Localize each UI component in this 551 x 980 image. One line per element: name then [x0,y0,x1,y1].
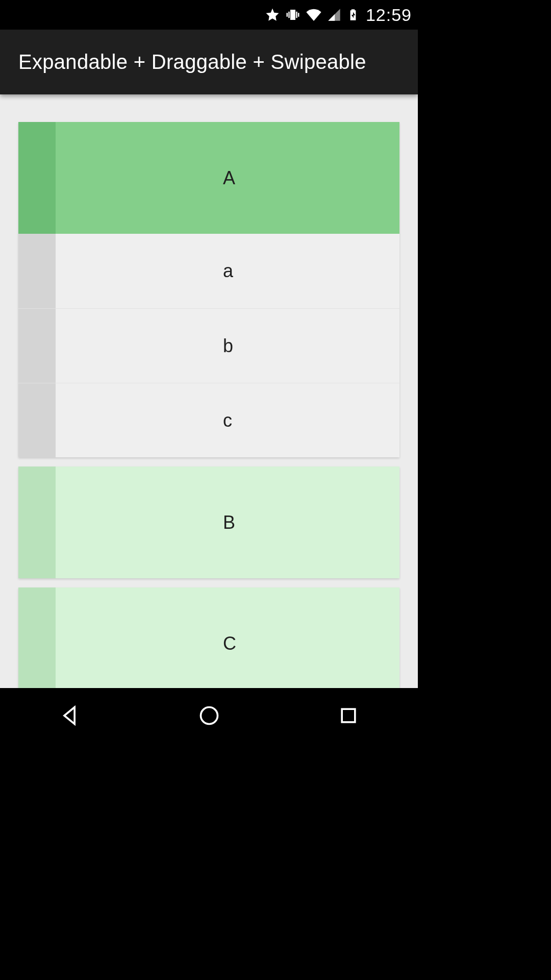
drag-handle[interactable] [18,383,56,457]
cell-signal-icon [327,8,341,22]
wifi-icon [306,7,322,23]
child-label: b [223,335,233,357]
drag-handle[interactable] [18,587,56,688]
svg-point-0 [201,707,217,724]
group-header-a[interactable]: A [18,122,399,234]
child-item[interactable]: a [18,234,399,308]
status-clock: 12:59 [366,5,412,25]
group-header-c[interactable]: C [18,587,399,688]
app-title: Expandable + Draggable + Swipeable [18,51,366,74]
home-button[interactable] [196,703,222,728]
child-label: a [223,260,233,282]
star-icon [265,7,280,22]
vibrate-icon [285,7,300,22]
back-button[interactable] [57,703,83,728]
child-item[interactable]: c [18,383,399,457]
child-label: c [223,410,232,431]
recent-icon [337,704,360,727]
drag-handle[interactable] [18,234,56,308]
svg-rect-1 [342,709,355,722]
group-card: B [18,467,399,578]
home-icon [198,704,220,727]
group-label: B [223,512,235,533]
app-bar: Expandable + Draggable + Swipeable [0,30,418,94]
group-header-b[interactable]: B [18,467,399,578]
group-card: C [18,587,399,688]
recent-apps-button[interactable] [336,703,361,728]
drag-handle[interactable] [18,309,56,383]
child-item[interactable]: b [18,308,399,383]
status-bar: 12:59 [0,0,418,30]
status-icons [265,7,360,23]
battery-charging-icon [346,7,360,22]
drag-handle[interactable] [18,467,56,578]
group-card: A a b c [18,122,399,457]
back-icon [59,704,81,727]
list-content[interactable]: A a b c B C [0,94,418,688]
drag-handle[interactable] [18,122,56,234]
group-label: C [223,633,236,654]
navigation-bar [0,688,418,743]
group-label: A [223,167,235,189]
